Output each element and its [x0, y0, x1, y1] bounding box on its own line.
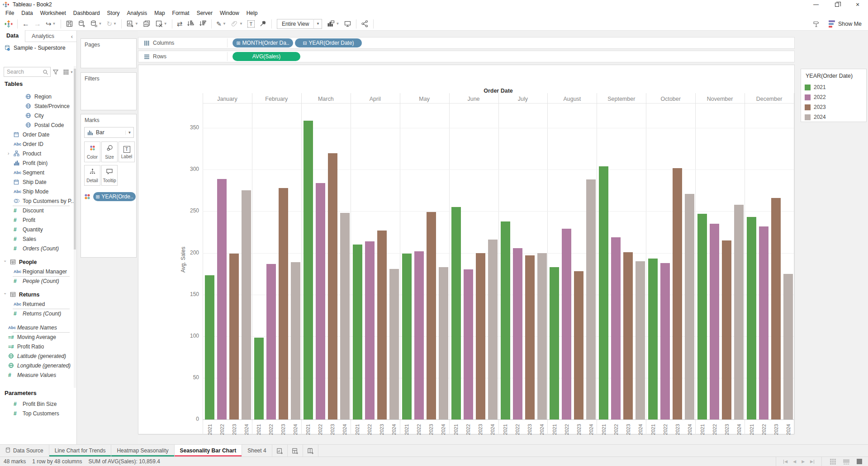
- bar-august-2022[interactable]: [562, 229, 571, 419]
- bar-july-2024[interactable]: [537, 253, 547, 419]
- bar-june-2021[interactable]: [451, 207, 461, 419]
- bar-may-2022[interactable]: [414, 251, 424, 419]
- legend-item-2021[interactable]: 2021: [805, 83, 826, 92]
- new-dashboard-tab-icon[interactable]: [288, 445, 303, 457]
- swap-rows-columns-icon[interactable]: ⇄: [175, 18, 185, 30]
- restore-button[interactable]: [826, 0, 847, 9]
- filter-icon[interactable]: [52, 69, 59, 75]
- filmstrip-view-icon[interactable]: [843, 458, 850, 465]
- menu-item-window[interactable]: Window: [216, 9, 243, 17]
- field-sales[interactable]: #Sales: [0, 234, 76, 244]
- show-mark-labels-icon[interactable]: ▼: [325, 18, 341, 30]
- bar-october-2021[interactable]: [648, 259, 658, 419]
- detail-button[interactable]: Detail: [84, 165, 100, 186]
- next-sheet-icon[interactable]: ▶: [799, 459, 807, 464]
- bar-november-2023[interactable]: [722, 240, 731, 419]
- sheet-tab-sheet-4[interactable]: Sheet 4: [242, 445, 272, 457]
- field-orders-count[interactable]: #Orders (Count): [0, 244, 76, 253]
- plus-box-icon[interactable]: ⊞: [95, 194, 100, 199]
- field-order-date[interactable]: Order Date: [0, 130, 76, 139]
- field-order-id[interactable]: AbcOrder ID: [0, 139, 76, 149]
- parameter-profit-bin-size[interactable]: #Profit Bin Size: [0, 399, 76, 409]
- field-profit-ratio[interactable]: =#Profit Ratio: [0, 342, 76, 351]
- parameter-top-customers[interactable]: #Top Customers: [0, 409, 76, 418]
- view-as-grid-icon[interactable]: [63, 69, 69, 75]
- field-postal-code[interactable]: Postal Code: [0, 120, 76, 130]
- undo-icon[interactable]: ←: [20, 18, 31, 30]
- replay-icon[interactable]: ↪▼: [44, 18, 58, 30]
- label-button[interactable]: TLabel: [119, 141, 135, 162]
- bar-june-2022[interactable]: [464, 269, 473, 419]
- menu-item-help[interactable]: Help: [243, 9, 261, 17]
- duplicate-icon[interactable]: [141, 18, 152, 30]
- bar-july-2023[interactable]: [525, 255, 535, 419]
- bar-january-2024[interactable]: [242, 190, 251, 419]
- bar-january-2022[interactable]: [217, 179, 227, 419]
- sort-ascending-icon[interactable]: [185, 18, 196, 30]
- field-profit-bin[interactable]: Profit (bin): [0, 158, 76, 168]
- bar-december-2022[interactable]: [759, 226, 768, 419]
- field-latitude-generated[interactable]: Latitude (generated): [0, 351, 76, 361]
- show-me-button[interactable]: Show Me: [829, 20, 862, 28]
- sheet-tab-data-source[interactable]: Data Source: [0, 445, 49, 457]
- presentation-mode-icon[interactable]: [342, 18, 353, 30]
- field-product[interactable]: ›Product: [0, 149, 76, 158]
- bar-october-2023[interactable]: [673, 168, 682, 419]
- color-legend-card[interactable]: YEAR(Order Date) 2021202220232024: [801, 69, 867, 122]
- bar-july-2022[interactable]: [513, 248, 522, 419]
- bar-september-2023[interactable]: [623, 252, 633, 419]
- bar-april-2022[interactable]: [365, 241, 375, 419]
- bar-march-2023[interactable]: [328, 153, 337, 419]
- sort-descending-icon[interactable]: [197, 18, 209, 30]
- pin-icon[interactable]: [257, 18, 269, 30]
- fields-scrollbar-thumb[interactable]: [74, 69, 76, 249]
- field-discount[interactable]: #Discount: [0, 206, 76, 215]
- close-button[interactable]: ×: [847, 0, 868, 9]
- bar-february-2023[interactable]: [279, 188, 288, 419]
- bar-july-2021[interactable]: [501, 221, 510, 419]
- field-people[interactable]: ⌄People: [0, 257, 76, 267]
- bar-january-2021[interactable]: [205, 275, 214, 419]
- bar-august-2021[interactable]: [550, 267, 559, 419]
- collapse-chevron-icon[interactable]: ⌄: [3, 258, 7, 263]
- bar-march-2021[interactable]: [304, 121, 313, 419]
- field-returns[interactable]: ⌄Returns: [0, 290, 76, 299]
- field-quantity[interactable]: #Quantity: [0, 225, 76, 234]
- bar-march-2022[interactable]: [316, 183, 325, 419]
- bar-october-2024[interactable]: [685, 194, 694, 419]
- bar-may-2021[interactable]: [402, 254, 412, 419]
- bar-november-2021[interactable]: [697, 214, 707, 419]
- new-data-source-icon[interactable]: [76, 18, 87, 30]
- collapse-chevron-icon[interactable]: ⌄: [3, 290, 7, 295]
- field-top-customers-by-p[interactable]: Top Customers by P..: [0, 196, 76, 206]
- bar-august-2024[interactable]: [586, 179, 596, 419]
- bar-august-2023[interactable]: [574, 271, 583, 419]
- sheet-tab-line-chart-for-trends[interactable]: Line Chart for Trends: [49, 445, 112, 457]
- new-story-tab-icon[interactable]: [303, 445, 318, 457]
- field-returns-count[interactable]: #Returns (Count): [0, 309, 76, 318]
- bar-december-2024[interactable]: [783, 274, 793, 419]
- expand-chevron-icon[interactable]: ›: [8, 151, 9, 156]
- tab-analytics[interactable]: Analytics: [25, 31, 61, 42]
- redo-icon[interactable]: →: [32, 18, 43, 30]
- new-worksheet-icon[interactable]: ▼: [124, 18, 140, 30]
- field-state-province[interactable]: State/Province: [0, 101, 76, 111]
- menu-item-server[interactable]: Server: [193, 9, 216, 17]
- field-returned[interactable]: AbcReturned: [0, 299, 76, 309]
- color-pill-year[interactable]: ⊞ YEAR(Orde..: [93, 192, 136, 201]
- minimize-button[interactable]: —: [806, 0, 826, 9]
- bar-december-2021[interactable]: [747, 217, 756, 419]
- bar-november-2024[interactable]: [734, 205, 744, 419]
- annotation-icon[interactable]: ▼: [229, 18, 245, 30]
- bar-june-2024[interactable]: [488, 240, 498, 419]
- minus-box-icon[interactable]: ⊟: [303, 41, 307, 46]
- menu-item-worksheet[interactable]: Worksheet: [37, 9, 70, 17]
- field-measure-values[interactable]: #Measure Values: [0, 370, 76, 380]
- bar-january-2023[interactable]: [229, 254, 239, 419]
- plus-box-icon[interactable]: ⊞: [236, 41, 240, 46]
- menu-item-dashboard[interactable]: Dashboard: [70, 9, 104, 17]
- bar-march-2024[interactable]: [340, 213, 350, 419]
- last-sheet-icon[interactable]: ▶: [807, 459, 817, 464]
- color-button[interactable]: Color: [84, 141, 100, 162]
- tab-data[interactable]: Data: [0, 30, 25, 42]
